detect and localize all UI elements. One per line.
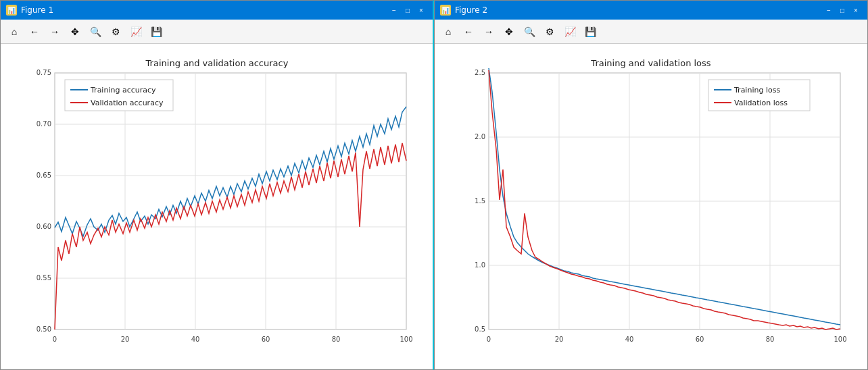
figure1-pan-btn[interactable]: ✥ — [66, 22, 85, 41]
svg-text:60: 60 — [696, 336, 704, 343]
figure1-back-btn[interactable]: ← — [25, 22, 44, 41]
figure1-maximize[interactable]: □ — [402, 5, 414, 16]
figure1-svg: Training and validation accuracy 0.50 0.… — [18, 51, 416, 362]
figure1-save-btn[interactable]: 💾 — [147, 22, 166, 41]
figure2-trend-btn[interactable]: 📈 — [560, 22, 579, 41]
figure2-toolbar: ⌂ ← → ✥ 🔍 ⚙ 📈 💾 — [435, 20, 867, 44]
figure2-home-btn[interactable]: ⌂ — [439, 22, 458, 41]
figure2-pan-btn[interactable]: ✥ — [500, 22, 519, 41]
svg-text:0.60: 0.60 — [36, 223, 51, 230]
svg-text:60: 60 — [261, 336, 270, 343]
figure1-chart-area: Training and validation accuracy 0.50 0.… — [1, 44, 433, 369]
svg-text:1.5: 1.5 — [475, 197, 485, 205]
figure2-minimize[interactable]: − — [823, 5, 835, 16]
figure1-zoom-btn[interactable]: 🔍 — [86, 22, 105, 41]
svg-text:0.75: 0.75 — [36, 69, 51, 76]
figure2-legend-validation: Validation loss — [734, 99, 788, 107]
figure2-window: 📊 Figure 2 − □ × ⌂ ← → ✥ 🔍 ⚙ 📈 💾 Trainin… — [434, 0, 868, 370]
figure2-window-controls: − □ × — [823, 5, 862, 16]
figure1-chart-box — [55, 73, 406, 329]
figure1-home-btn[interactable]: ⌂ — [5, 22, 24, 41]
figure1-icon: 📊 — [6, 5, 17, 16]
figure1-legend-validation: Validation accuracy — [91, 99, 164, 107]
figure2-maximize[interactable]: □ — [836, 5, 848, 16]
svg-text:0.70: 0.70 — [36, 120, 51, 128]
figure2-close[interactable]: × — [850, 5, 862, 16]
svg-text:0: 0 — [487, 336, 491, 343]
figure2-icon: 📊 — [440, 5, 451, 16]
figure2-legend-training: Training loss — [733, 86, 780, 95]
figure2-chart-area: Training and validation loss 0.5 1.0 1.5… — [435, 44, 867, 369]
svg-text:0.55: 0.55 — [36, 274, 51, 282]
figure2-settings-btn[interactable]: ⚙ — [540, 22, 559, 41]
figure1-trend-btn[interactable]: 📈 — [126, 22, 145, 41]
figure2-chart-title: Training and validation loss — [590, 58, 710, 68]
svg-text:0: 0 — [52, 336, 56, 343]
figure2-back-btn[interactable]: ← — [459, 22, 478, 41]
figure2-forward-btn[interactable]: → — [479, 22, 498, 41]
figure1-legend-training: Training accuracy — [90, 86, 156, 95]
figure2-title: Figure 2 — [455, 5, 823, 15]
svg-text:40: 40 — [191, 336, 199, 343]
svg-text:2.0: 2.0 — [475, 133, 485, 140]
figure1-window: 📊 Figure 1 − □ × ⌂ ← → ✥ 🔍 ⚙ 📈 💾 Trainin… — [0, 0, 434, 370]
figure1-chart-title: Training and validation accuracy — [145, 58, 288, 68]
svg-text:20: 20 — [120, 336, 129, 343]
svg-text:1.0: 1.0 — [475, 261, 485, 269]
figure1-settings-btn[interactable]: ⚙ — [106, 22, 125, 41]
figure2-titlebar: 📊 Figure 2 − □ × — [435, 1, 867, 20]
figure2-save-btn[interactable]: 💾 — [581, 22, 600, 41]
svg-text:80: 80 — [331, 336, 340, 343]
figure1-close[interactable]: × — [415, 5, 427, 16]
figure1-minimize[interactable]: − — [388, 5, 400, 16]
svg-text:20: 20 — [555, 336, 564, 343]
figure1-forward-btn[interactable]: → — [45, 22, 64, 41]
svg-text:0.5: 0.5 — [475, 325, 485, 333]
svg-text:80: 80 — [766, 336, 775, 343]
figure2-svg: Training and validation loss 0.5 1.0 1.5… — [452, 51, 850, 362]
svg-text:0.65: 0.65 — [36, 171, 51, 179]
svg-text:0.50: 0.50 — [36, 325, 51, 333]
figure1-titlebar: 📊 Figure 1 − □ × — [1, 1, 433, 20]
svg-text:2.5: 2.5 — [475, 69, 485, 76]
figure1-toolbar: ⌂ ← → ✥ 🔍 ⚙ 📈 💾 — [1, 20, 433, 44]
svg-text:40: 40 — [625, 336, 634, 343]
svg-text:100: 100 — [834, 336, 846, 343]
figure1-window-controls: − □ × — [388, 5, 427, 16]
figure2-zoom-btn[interactable]: 🔍 — [520, 22, 539, 41]
svg-text:100: 100 — [400, 336, 412, 343]
figure1-title: Figure 1 — [21, 5, 388, 15]
